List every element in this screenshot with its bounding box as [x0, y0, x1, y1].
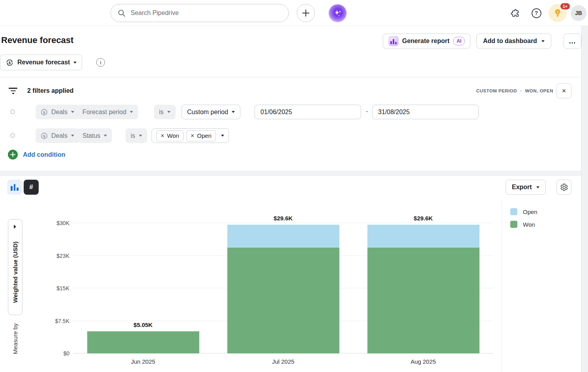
- remove-chip-icon[interactable]: ×: [191, 133, 194, 139]
- bar-segment-open[interactable]: [367, 225, 479, 247]
- y-tick-label: $15K: [56, 285, 69, 291]
- svg-text:$: $: [43, 110, 45, 114]
- report-card: # Export Weighted value (USD) Measure by…: [0, 176, 588, 372]
- operator-label: is: [159, 109, 164, 116]
- svg-text:$: $: [43, 134, 45, 138]
- period-value-dropdown[interactable]: Custom period: [182, 105, 240, 119]
- plus-circle-icon: [8, 150, 18, 160]
- filter-condition-row-1: $ Deals Forecast period is Custom period…: [0, 105, 588, 119]
- section-divider: [0, 171, 588, 176]
- badge-separator: ·: [520, 88, 522, 93]
- info-icon[interactable]: i: [96, 58, 105, 67]
- deals-currency-icon: $: [41, 132, 48, 139]
- more-options-button[interactable]: …: [564, 34, 581, 49]
- page-title: Revenue forecast: [1, 35, 73, 45]
- remove-chip-icon[interactable]: ×: [161, 133, 164, 139]
- add-condition-button[interactable]: Add condition: [8, 150, 66, 160]
- field-dropdown[interactable]: Forecast period: [77, 105, 138, 119]
- bar-total-label: $5.05K: [73, 321, 213, 328]
- filter-panel: 2 filters applied CUSTOM PERIOD · WON, O…: [0, 77, 588, 171]
- y-axis: $0$7.5K$15K$23K$30K: [43, 223, 69, 353]
- bar-segment-won[interactable]: [367, 248, 479, 353]
- condition-node: [10, 133, 15, 138]
- legend-swatch: [510, 221, 517, 228]
- search-icon: [117, 9, 126, 17]
- close-filters-button[interactable]: ×: [556, 83, 571, 98]
- bar-segment-open[interactable]: [227, 225, 339, 247]
- plot-right-divider: [501, 199, 502, 372]
- user-avatar[interactable]: JB: [571, 5, 586, 21]
- notification-badge: 1+: [560, 2, 571, 10]
- add-condition-label: Add condition: [23, 151, 66, 158]
- entity-dropdown[interactable]: $ Deals: [36, 105, 79, 119]
- status-chip-open[interactable]: × Open: [186, 130, 216, 141]
- entity-label: Deals: [51, 132, 67, 139]
- y-axis-title: Weighted value (USD): [8, 220, 22, 315]
- chevron-down-icon: [536, 186, 539, 188]
- status-multiselect[interactable]: × Won × Open: [152, 128, 229, 143]
- legend-item-won[interactable]: Won: [510, 221, 537, 228]
- bar-slot: $29.6K: [213, 223, 353, 353]
- chevron-down-icon: [541, 40, 545, 42]
- legend-item-open[interactable]: Open: [510, 208, 537, 215]
- bar-jun-2025[interactable]: [87, 223, 199, 353]
- bar-aug-2025[interactable]: [367, 223, 479, 353]
- add-to-dashboard-label: Add to dashboard: [483, 38, 537, 45]
- numbers-view-toggle[interactable]: #: [24, 180, 39, 195]
- global-search[interactable]: [110, 4, 289, 22]
- measure-axis-button[interactable]: Weighted value (USD): [8, 219, 22, 315]
- x-axis: Jun 2025Jul 2025Aug 2025: [73, 358, 493, 365]
- sparkles-icon: [332, 8, 344, 19]
- chevron-down-icon: [71, 135, 74, 137]
- help-button[interactable]: ?: [531, 8, 541, 18]
- suggestions-button[interactable]: 1+: [549, 4, 567, 22]
- bar-jul-2025[interactable]: [227, 223, 339, 353]
- x-tick-label: Jul 2025: [213, 358, 353, 365]
- operator-dropdown[interactable]: is: [125, 128, 147, 143]
- bars-row: $5.05K$29.6K$29.6K: [73, 223, 493, 353]
- field-dropdown[interactable]: Status: [77, 128, 112, 143]
- bar-segment-won[interactable]: [87, 331, 199, 353]
- operator-dropdown[interactable]: is: [154, 105, 176, 119]
- legend-label: Open: [523, 209, 537, 215]
- report-selector-label: Revenue forecast: [17, 59, 70, 66]
- add-to-dashboard-button[interactable]: Add to dashboard: [476, 34, 551, 49]
- applied-status-text: WON, OPEN: [525, 88, 553, 93]
- date-to-input[interactable]: [372, 105, 479, 119]
- plot-area: $5.05K$29.6K$29.6K: [73, 223, 493, 353]
- bar-chart-icon: [11, 184, 19, 191]
- chart-view-toggle[interactable]: [7, 180, 22, 195]
- page-header: Revenue forecast $ Revenue forecast i Ge…: [0, 26, 588, 77]
- bar-segment-won[interactable]: [227, 248, 339, 353]
- bar-slot: $29.6K: [353, 223, 493, 353]
- legend-label: Won: [523, 221, 535, 228]
- bar-total-label: $29.6K: [353, 215, 493, 222]
- generate-report-button[interactable]: Generate report AI: [383, 34, 470, 49]
- settings-button[interactable]: [556, 180, 571, 195]
- chevron-down-icon: [73, 62, 77, 64]
- ai-assistant-button[interactable]: [328, 4, 347, 23]
- date-from-input[interactable]: [255, 105, 361, 119]
- ai-badge: AI: [453, 37, 465, 45]
- bar-slot: $5.05K: [73, 223, 213, 353]
- ai-report-icon: [388, 36, 399, 46]
- entity-label: Deals: [51, 109, 67, 116]
- chevron-down-icon: [221, 135, 224, 137]
- revenue-sync-icon: $: [6, 58, 14, 67]
- chevron-down-icon: [232, 111, 235, 113]
- condition-node: [10, 109, 15, 114]
- quick-add-button[interactable]: [297, 4, 315, 22]
- applied-filters-badge: CUSTOM PERIOD · WON, OPEN: [476, 83, 553, 98]
- operator-label: is: [131, 132, 135, 139]
- status-chip-won[interactable]: × Won: [156, 130, 184, 141]
- chevron-down-icon: [130, 111, 133, 113]
- marketplace-button[interactable]: [510, 8, 520, 18]
- export-button[interactable]: Export: [506, 180, 546, 195]
- report-selector-dropdown[interactable]: $ Revenue forecast: [0, 54, 82, 70]
- search-input[interactable]: [131, 9, 282, 17]
- x-tick-label: Jun 2025: [73, 358, 213, 365]
- page-scrollbar[interactable]: [581, 26, 588, 372]
- chart-region: Weighted value (USD) Measure by $0$7.5K$…: [0, 199, 588, 372]
- entity-dropdown[interactable]: $ Deals: [36, 128, 79, 143]
- deals-currency-icon: $: [41, 109, 48, 116]
